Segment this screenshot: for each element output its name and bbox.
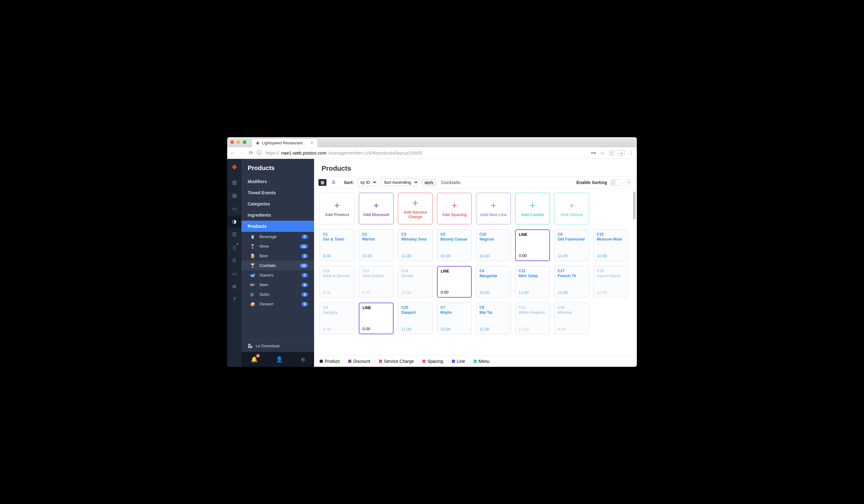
nav-categories[interactable]: Categories	[241, 198, 314, 209]
tile-add-new-line[interactable]: + Add New Line	[476, 193, 511, 224]
minimize-window-button[interactable]	[237, 140, 240, 144]
product-card[interactable]: C12 Mint Julep 11.00	[515, 266, 550, 298]
rail-help-icon[interactable]: ?	[227, 293, 241, 305]
product-card[interactable]: C2 Martini 10.00	[359, 229, 394, 261]
product-name: Mai Tai	[479, 310, 507, 320]
nav-ingredients[interactable]: Ingredients	[241, 209, 314, 221]
sort-by-select[interactable]: by ID	[357, 178, 377, 186]
sidebar-item-cocktails[interactable]: 🍸 Cocktails 23	[241, 261, 314, 270]
logout-icon[interactable]: ⎋	[301, 356, 305, 363]
product-card[interactable]: C16 Dark & Stormy 9.00	[320, 266, 355, 298]
sidebar-item-beer[interactable]: 🍺 Beer 3	[241, 251, 314, 261]
menu-dots-icon[interactable]: ⋮	[629, 150, 634, 156]
url-field[interactable]: https://nae1-web.posios.com/management/e…	[265, 150, 587, 155]
close-tab-icon[interactable]: ×	[311, 140, 313, 145]
rail-analytics-icon[interactable]: ▥	[227, 176, 241, 188]
product-price: 10.00	[597, 254, 625, 258]
product-name: Negroni	[479, 237, 507, 247]
sidebar-bottom: 🔔 4 👤 ⎋	[241, 352, 314, 367]
category-count: 8	[302, 283, 308, 287]
browser-tab[interactable]: ◆ Lightspeed Restaurant ×	[251, 139, 318, 147]
product-card[interactable]: C11 White Negroni 11.00	[515, 303, 550, 334]
rail-print-icon[interactable]: ⎙	[227, 254, 241, 266]
product-card[interactable]: C4 Sangria 8.00	[320, 303, 355, 334]
user-icon[interactable]: 👤	[276, 356, 283, 363]
maximize-window-button[interactable]	[243, 140, 247, 144]
product-card[interactable]: C13 Tom Collins 9.00	[359, 266, 394, 298]
tile-label: Add New Line	[480, 212, 507, 217]
rail-device-icon[interactable]: ▯	[227, 241, 241, 253]
product-grid: + Add Product+ Add Discount+ Add Service…	[314, 188, 637, 355]
key-icon[interactable]: ⊶	[591, 150, 596, 156]
close-panel-button[interactable]: ✕	[626, 179, 633, 186]
plus-icon: +	[569, 201, 575, 211]
nav-modifiers[interactable]: Modifiers	[241, 176, 314, 187]
product-card[interactable]: C3 Whiskey Sour 11.00	[398, 229, 433, 261]
product-card[interactable]: C14 Gimlet 10.00	[398, 266, 433, 298]
plus-icon: +	[373, 201, 379, 211]
tile-add-spacing[interactable]: + Add Spacing	[437, 193, 472, 224]
product-name: Martini	[362, 237, 390, 247]
extension-drive-icon[interactable]: ▲	[619, 150, 624, 156]
line-card[interactable]: LINE 0.00	[359, 303, 394, 334]
star-icon[interactable]: ☆	[600, 150, 604, 156]
product-card[interactable]: C8 Old Fashioned 11.00	[554, 229, 589, 261]
category-label: Main	[260, 283, 268, 287]
tile-add-service-charge[interactable]: + Add Service Charge	[398, 193, 433, 224]
product-code: C11	[519, 305, 547, 310]
sidebar-item-wine[interactable]: 🍷 Wine 11	[241, 241, 314, 251]
category-count: 3	[302, 254, 308, 258]
list-view-button[interactable]: ☰	[329, 179, 338, 186]
tile-add-choice[interactable]: + Add Choice	[554, 193, 589, 224]
product-card[interactable]: C6 Margarita 10.00	[476, 266, 511, 298]
sidebar-item-dessert[interactable]: 🍰 Dessert 5	[241, 299, 314, 309]
nav-products[interactable]: Products	[241, 221, 314, 232]
rail-window-icon[interactable]: ▭	[227, 267, 241, 279]
line-card[interactable]: LINE 0.00	[437, 266, 472, 298]
back-icon[interactable]: ←	[230, 150, 235, 156]
close-window-button[interactable]	[230, 140, 234, 144]
grid-view-button[interactable]: ▦	[319, 179, 326, 186]
info-icon[interactable]: ⓘ	[257, 149, 262, 156]
rail-products-icon[interactable]: ◑	[227, 215, 241, 227]
rail-id-icon[interactable]: ▭	[227, 202, 241, 214]
sort-direction-select[interactable]: Sort Ascending	[381, 178, 419, 186]
category-count: 5	[302, 302, 308, 306]
product-price: 8.00	[323, 327, 351, 332]
reload-icon[interactable]: ⟳	[249, 150, 253, 156]
forward-icon[interactable]: →	[240, 150, 244, 156]
logo-flame-icon[interactable]: ◆	[232, 163, 237, 171]
category-count: 11	[300, 244, 308, 249]
rail-layers-icon[interactable]: ☰	[227, 228, 241, 240]
scrollbar[interactable]	[633, 191, 636, 219]
product-price: 9.00	[362, 290, 390, 295]
product-card[interactable]: C5 Bloody Ceasar 10.00	[437, 229, 472, 261]
product-card[interactable]: C19 Aperol Spritz 10.00	[593, 266, 628, 298]
sidebar-item-beverage[interactable]: 🥤 Beverage 7	[241, 232, 314, 241]
product-code: C13	[362, 269, 390, 273]
tile-add-product[interactable]: + Add Product	[320, 193, 355, 224]
nav-timed-events[interactable]: Timed Events	[241, 187, 314, 198]
line-card[interactable]: LINE 0.00	[515, 229, 550, 261]
rail-clipboard-icon[interactable]: ▤	[227, 189, 241, 201]
notifications-button[interactable]: 🔔 4	[251, 356, 257, 363]
sidebar-store[interactable]: 🏪 Le Downbeat	[241, 339, 314, 352]
product-card[interactable]: C9 Mai Tai 11.00	[476, 303, 511, 334]
product-card[interactable]: C15 Moscow Mule 10.00	[593, 229, 628, 261]
tile-add-combo[interactable]: + Add Combo	[515, 193, 550, 224]
sidebar-item-sides[interactable]: ◎ Sides 5	[241, 290, 314, 299]
product-card[interactable]: C17 French 75 12.00	[554, 266, 589, 298]
browser-titlebar: ◆ Lightspeed Restaurant ×	[227, 137, 637, 147]
rail-settings-icon[interactable]: ⚙	[227, 280, 241, 292]
sidebar-item-starters[interactable]: 🥣 Starters 7	[241, 270, 314, 280]
product-card[interactable]: C1 Gin & Tonic 8.00	[320, 229, 355, 261]
enable-sorting-toggle[interactable]	[610, 179, 623, 185]
product-card[interactable]: C7 Mojito 10.00	[437, 303, 472, 334]
apply-button[interactable]: apply	[422, 179, 436, 186]
product-card[interactable]: C18 Mimosa 8.00	[554, 303, 589, 334]
extension-c-icon[interactable]: C	[609, 150, 614, 156]
product-card[interactable]: C20 Daiquiri 11.00	[398, 303, 433, 334]
sidebar-item-main[interactable]: 🍽 Main 8	[241, 280, 314, 290]
tile-add-discount[interactable]: + Add Discount	[359, 193, 394, 224]
product-card[interactable]: C10 Negroni 10.00	[476, 229, 511, 261]
